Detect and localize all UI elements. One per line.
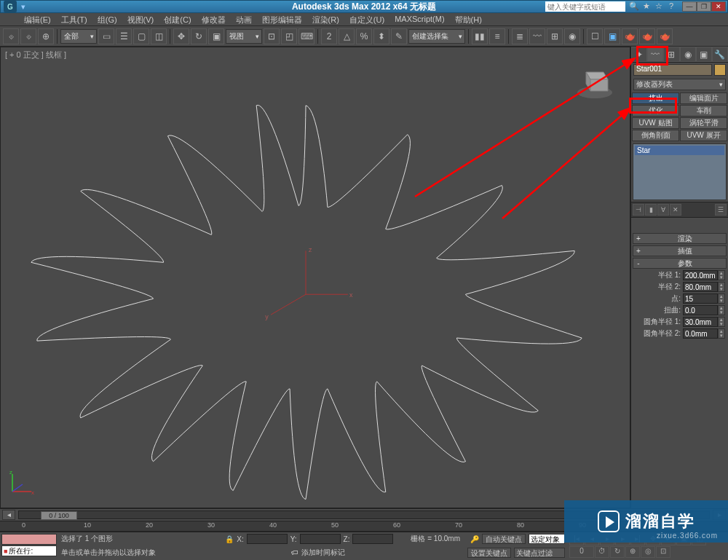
param-value-input[interactable]: 200.0mm bbox=[683, 270, 718, 280]
spinner-icon[interactable]: ▴▾ bbox=[718, 293, 725, 304]
menu-animation[interactable]: 动画 bbox=[231, 13, 257, 25]
setkey-button[interactable]: 设置关键点 bbox=[467, 548, 511, 558]
snapangle-icon[interactable]: △ bbox=[339, 28, 355, 44]
move-icon[interactable]: ✥ bbox=[173, 28, 189, 44]
autokey-button[interactable]: 自动关键点 bbox=[482, 534, 526, 544]
stack-item-star[interactable]: Star bbox=[635, 146, 724, 155]
menu-maxscript[interactable]: MAXScript(M) bbox=[389, 13, 449, 25]
select-icon[interactable]: ▭ bbox=[98, 28, 114, 44]
menu-help[interactable]: 帮助(H) bbox=[450, 13, 487, 25]
keyfilter-button[interactable]: 关键点过滤器... bbox=[514, 548, 565, 558]
render-preset-icon[interactable]: 🫖 bbox=[639, 28, 655, 44]
menu-rendering[interactable]: 渲染(R) bbox=[307, 13, 344, 25]
selectbyname-icon[interactable]: ☰ bbox=[116, 28, 132, 44]
utilities-tab-icon[interactable]: 🔧 bbox=[712, 47, 728, 62]
link-icon[interactable]: ⟐ bbox=[3, 28, 19, 44]
mod-turbosmooth-button[interactable]: 涡轮平滑 bbox=[680, 117, 727, 129]
lock-icon[interactable]: 🔒 bbox=[225, 535, 234, 543]
pin-stack-icon[interactable]: ⊣ bbox=[633, 204, 644, 216]
render-frame-icon[interactable]: ▣ bbox=[604, 28, 620, 44]
material-icon[interactable]: ◉ bbox=[564, 28, 580, 44]
create-tab-icon[interactable]: ✦ bbox=[631, 47, 647, 62]
param-value-input[interactable]: 0.0mm bbox=[683, 328, 718, 339]
align-icon[interactable]: ≡ bbox=[489, 28, 505, 44]
display-tab-icon[interactable]: ▣ bbox=[696, 47, 712, 62]
wrench-icon[interactable]: ★ bbox=[641, 1, 652, 12]
timetag-icon[interactable]: 🏷 bbox=[291, 548, 298, 556]
region-icon[interactable]: ▢ bbox=[133, 28, 149, 44]
nav-maximize-icon[interactable]: ⊡ bbox=[656, 546, 670, 558]
viewcube-icon[interactable] bbox=[573, 63, 617, 100]
modifier-list-combo[interactable]: 修改器列表 bbox=[633, 79, 726, 90]
coord-y-input[interactable] bbox=[300, 534, 341, 544]
spinner-icon[interactable]: ▴▾ bbox=[718, 317, 725, 327]
window-crossing-icon[interactable]: ◫ bbox=[151, 28, 167, 44]
help-icon[interactable]: ? bbox=[666, 1, 676, 12]
mod-bevelprofile-button[interactable]: 倒角剖面 bbox=[632, 130, 679, 141]
render-prod-icon[interactable]: 🫖 bbox=[657, 28, 673, 44]
object-color-swatch[interactable] bbox=[714, 64, 726, 76]
help-search-input[interactable] bbox=[545, 1, 625, 12]
rollout-params[interactable]: -参数 bbox=[633, 258, 727, 269]
slider-thumb[interactable]: 0 / 100 bbox=[41, 511, 77, 520]
nav-dolly-icon[interactable]: ⊕ bbox=[625, 546, 640, 558]
frame-input[interactable]: 0 bbox=[569, 546, 594, 558]
mod-editpatch-button[interactable]: 编辑面片 bbox=[680, 92, 727, 104]
coord-x-input[interactable] bbox=[247, 534, 288, 544]
named-selset-combo[interactable]: 创建选择集 bbox=[408, 29, 465, 44]
unique-icon[interactable]: ∀ bbox=[657, 204, 669, 216]
bind-icon[interactable]: ⊕ bbox=[38, 28, 54, 44]
spinner-icon[interactable]: ▴▾ bbox=[718, 282, 725, 292]
menu-edit[interactable]: 编辑(E) bbox=[19, 13, 56, 25]
refcoord-combo[interactable]: 视图 bbox=[226, 29, 262, 44]
selectmanip-icon[interactable]: ◰ bbox=[281, 28, 297, 44]
menu-views[interactable]: 视图(V) bbox=[122, 13, 159, 25]
schematic-icon[interactable]: ⊞ bbox=[547, 28, 563, 44]
timeconfig-icon[interactable]: ⏱ bbox=[595, 546, 609, 558]
curve-editor-icon[interactable]: 〰 bbox=[529, 28, 545, 44]
time-left-icon[interactable]: ◂ bbox=[2, 510, 15, 520]
binoculars-icon[interactable]: 🔍 bbox=[629, 1, 639, 12]
script-output[interactable] bbox=[1, 534, 57, 545]
hierarchy-tab-icon[interactable]: ⊞ bbox=[663, 47, 679, 62]
modify-tab-icon[interactable]: 〰 bbox=[647, 47, 663, 62]
pivot-icon[interactable]: ⊡ bbox=[264, 28, 280, 44]
mod-extrude-button[interactable]: 挤出 bbox=[632, 92, 679, 104]
add-timetag[interactable]: 添加时间标记 bbox=[301, 548, 345, 558]
key-icon[interactable]: 🔑 bbox=[470, 535, 479, 543]
script-input[interactable]: ■ 所在行: bbox=[1, 545, 57, 556]
viewport[interactable]: [ + 0 正交 ] 线框 ] z x y z bbox=[0, 47, 630, 508]
configure-icon[interactable]: ☰ bbox=[715, 204, 727, 216]
selection-filter-combo[interactable]: 全部 bbox=[60, 29, 97, 44]
app-menu-icon[interactable]: ▾ bbox=[21, 2, 25, 12]
star-icon[interactable]: ☆ bbox=[654, 1, 664, 12]
menu-customize[interactable]: 自定义(U) bbox=[344, 13, 389, 25]
unlink-icon[interactable]: ⟐ bbox=[20, 28, 36, 44]
rotate-icon[interactable]: ↻ bbox=[191, 28, 207, 44]
edit-icon[interactable]: ✎ bbox=[391, 28, 407, 44]
keymode-combo[interactable]: 选定对象 bbox=[529, 534, 565, 544]
param-value-input[interactable]: 30.0mm bbox=[683, 317, 718, 327]
menu-create[interactable]: 创建(C) bbox=[159, 13, 196, 25]
scale-icon[interactable]: ▣ bbox=[208, 28, 224, 44]
layers-icon[interactable]: ≣ bbox=[512, 28, 528, 44]
keyboard-icon[interactable]: ⌨ bbox=[298, 28, 314, 44]
mod-uvwunwrap-button[interactable]: UVW 展开 bbox=[680, 130, 727, 141]
minimize-button[interactable]: — bbox=[682, 1, 697, 12]
nav-orbit-icon[interactable]: ↻ bbox=[610, 546, 625, 558]
spinner-icon[interactable]: ▴▾ bbox=[718, 270, 725, 280]
object-name-input[interactable]: Star001 bbox=[633, 64, 712, 76]
spinner-icon[interactable]: ▴▾ bbox=[718, 328, 725, 339]
mod-uvwmap-button[interactable]: UVW 贴图 bbox=[632, 117, 679, 129]
show-end-icon[interactable]: ▮ bbox=[645, 204, 657, 216]
param-value-input[interactable]: 15 bbox=[683, 293, 718, 304]
spinner-icon[interactable]: ▴▾ bbox=[718, 305, 725, 315]
param-value-input[interactable]: 0.0 bbox=[683, 305, 718, 315]
param-value-input[interactable]: 80.0mm bbox=[683, 282, 718, 292]
close-button[interactable]: ✕ bbox=[711, 1, 726, 12]
mod-lathe-button[interactable]: 车削 bbox=[680, 105, 727, 117]
remove-mod-icon[interactable]: ✕ bbox=[670, 204, 681, 216]
menu-grapheditors[interactable]: 图形编辑器 bbox=[257, 13, 307, 25]
snap2d-icon[interactable]: 2 bbox=[321, 28, 337, 44]
modifier-stack[interactable]: Star bbox=[633, 143, 727, 200]
